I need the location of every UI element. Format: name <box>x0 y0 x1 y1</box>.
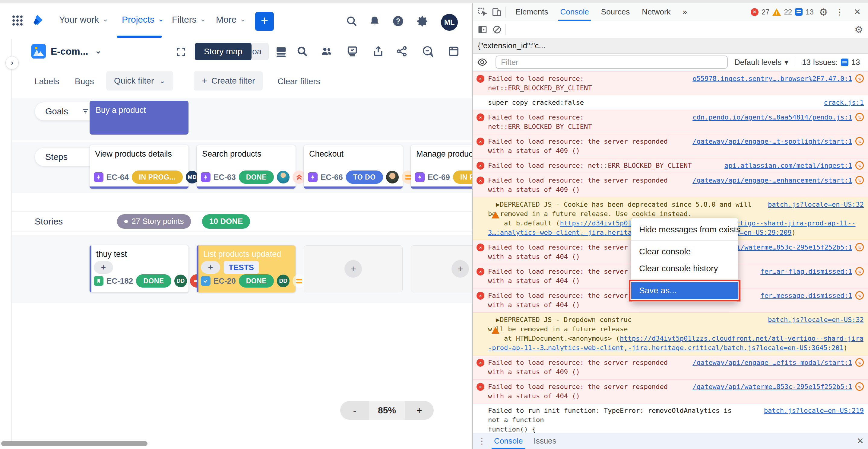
team-icon[interactable] <box>320 45 332 57</box>
error-count[interactable]: 27 <box>762 8 770 16</box>
console-context-selector[interactable]: {"extension_id":"c... <box>473 38 868 54</box>
help-icon[interactable]: ? <box>392 15 404 27</box>
add-button[interactable]: + <box>94 261 113 274</box>
close-devtools-icon[interactable]: ✕ <box>849 7 865 17</box>
blocked-request-icon[interactable]: ⇅ <box>855 137 864 145</box>
zoom-out-button[interactable]: - <box>340 401 369 420</box>
fullscreen-icon[interactable] <box>176 47 186 57</box>
issues-counter[interactable]: 13 Issues:13 <box>795 58 860 67</box>
create-filter-button[interactable]: +Create filter <box>194 71 263 91</box>
horizontal-scrollbar[interactable] <box>1 441 148 446</box>
panel-view-icon[interactable] <box>447 45 460 57</box>
status-badge[interactable]: IN PROG... <box>132 171 183 184</box>
console-source-link[interactable]: api.atlassian.com/metal/ingest:1 <box>724 161 852 170</box>
blocked-request-icon[interactable]: ⇅ <box>855 382 864 391</box>
export-icon[interactable] <box>372 45 384 57</box>
blocked-request-icon[interactable]: ⇅ <box>855 358 864 367</box>
blocked-request-icon[interactable]: ⇅ <box>855 161 864 170</box>
zoom-in-button[interactable]: + <box>405 401 434 420</box>
live-expression-eye-icon[interactable] <box>477 57 487 67</box>
kebab-menu-icon[interactable]: ⋮ <box>833 7 846 17</box>
console-source-link[interactable]: fer…message.dismissed:1 <box>760 291 852 300</box>
assignee-avatar[interactable]: DD <box>277 275 289 287</box>
console-source-link[interactable]: o55978.ingest.sentry….browser%2F7.47.0:1 <box>692 74 852 83</box>
project-name[interactable]: E-com... <box>51 46 101 57</box>
project-avatar[interactable] <box>31 44 46 59</box>
share-icon[interactable] <box>396 45 408 57</box>
app-switcher-icon[interactable] <box>11 14 24 27</box>
issue-key[interactable]: EC-69 <box>428 173 450 182</box>
console-source-link[interactable]: batch.js?locale=en-US:32 <box>768 315 864 324</box>
blocked-request-icon[interactable]: ⇅ <box>855 113 864 121</box>
status-badge[interactable]: IN PROG... <box>453 171 472 184</box>
tab-console[interactable]: Console <box>554 3 595 21</box>
warning-count-icon[interactable]: ! <box>772 8 781 16</box>
search-icon[interactable] <box>346 15 358 27</box>
clear-filters-link[interactable]: Clear filters <box>277 77 320 86</box>
console-message[interactable]: ✕api.atlassian.com/metal/ingest:1⇅Failed… <box>473 158 868 173</box>
status-badge[interactable]: DONE <box>239 274 274 288</box>
clear-console-icon[interactable] <box>492 25 502 34</box>
issue-key[interactable]: EC-66 <box>320 173 343 182</box>
user-avatar[interactable]: ML <box>441 14 458 31</box>
message-count[interactable]: 13 <box>806 8 814 16</box>
step-card[interactable]: Checkout EC-66 TO DO <box>304 145 403 188</box>
console-source-link[interactable]: /gateway/api/engage-…t-spotlight/start:1 <box>692 137 852 146</box>
story-card[interactable]: thuy test + EC-182 DONE DD <box>90 245 188 292</box>
console-source-link[interactable]: batch.js?locale=en-US:32 <box>768 200 864 209</box>
menu-item-save-as[interactable]: Save as... <box>631 282 738 299</box>
issue-key[interactable]: EC-64 <box>106 173 129 182</box>
console-message[interactable]: crack.js:1super_copy_cracked:false <box>473 95 868 110</box>
menu-item-clear-console[interactable]: Clear console <box>631 243 738 260</box>
status-badge[interactable]: TO DO <box>346 171 383 184</box>
status-badge[interactable]: DONE <box>239 171 274 184</box>
step-card[interactable]: View products details EC-64 IN PROG... M… <box>90 145 188 188</box>
drawer-kebab-icon[interactable]: ⋮ <box>475 436 489 446</box>
assignee-avatar[interactable] <box>386 171 399 183</box>
menu-item-hide-messages[interactable]: Hide messages from exists <box>631 221 738 238</box>
console-message[interactable]: ✕o55978.ingest.sentry….browser%2F7.47.0:… <box>473 71 868 95</box>
console-message[interactable]: ✕cdn.pendo.io/agent/s…8aa54814/pendo.js:… <box>473 110 868 134</box>
rows-view-icon[interactable] <box>275 45 287 57</box>
tab-sources[interactable]: Sources <box>595 3 636 21</box>
device-toolbar-icon[interactable] <box>492 7 502 17</box>
quick-filter-dropdown[interactable]: Quick filter⌄ <box>106 71 173 91</box>
create-button[interactable]: + <box>255 12 274 31</box>
filter-bugs[interactable]: Bugs <box>75 77 94 86</box>
story-card[interactable]: List products updated + TESTS EC-20 DONE… <box>197 245 296 292</box>
console-source-link[interactable]: fer…ar-flag.dismissed:1 <box>760 267 852 276</box>
console-source-link[interactable]: batch.js?locale=en-US:219 <box>764 406 864 415</box>
issue-key[interactable]: EC-63 <box>214 173 236 182</box>
nav-more[interactable]: More <box>216 14 246 25</box>
console-message[interactable]: ✕/gateway/api/engage-…efits-modal/start:… <box>473 355 868 379</box>
console-filter-input[interactable] <box>496 56 728 69</box>
nav-projects[interactable]: Projects <box>122 14 164 25</box>
nav-your-work[interactable]: Your work <box>59 14 108 25</box>
notifications-bell-icon[interactable] <box>369 15 381 27</box>
tab-network[interactable]: Network <box>636 3 677 21</box>
warning-count[interactable]: 22 <box>784 8 792 16</box>
add-button[interactable]: + <box>201 261 220 274</box>
console-message[interactable]: ✕/gateway/api/engage-…enhancement/start:… <box>473 173 868 197</box>
blocked-request-icon[interactable]: ⇅ <box>855 267 864 275</box>
blocked-request-icon[interactable]: ⇅ <box>855 291 864 300</box>
console-source-link[interactable]: /gateway/api/engage-…efits-modal/start:1 <box>692 358 852 367</box>
issue-key[interactable]: EC-20 <box>214 276 236 286</box>
nav-filters[interactable]: Filters <box>172 14 206 25</box>
add-card-button[interactable]: + <box>452 260 469 278</box>
goal-card[interactable]: Buy a product <box>90 101 188 134</box>
label-chip[interactable]: TESTS <box>224 261 259 274</box>
feedback-icon[interactable] <box>422 45 434 57</box>
menu-item-clear-console-history[interactable]: Clear console history <box>631 260 738 277</box>
blocked-request-icon[interactable]: ⇅ <box>855 176 864 184</box>
status-badge[interactable]: DONE <box>136 274 171 288</box>
console-sidebar-toggle-icon[interactable] <box>478 25 487 34</box>
board-check-icon[interactable] <box>346 45 358 57</box>
console-source-link[interactable]: cdn.pendo.io/agent/s…8aa54814/pendo.js:1 <box>692 113 852 122</box>
tab-elements[interactable]: Elements <box>509 3 554 21</box>
drawer-tab-console[interactable]: Console <box>489 433 528 449</box>
log-levels-dropdown[interactable]: Default levels <box>734 58 788 67</box>
assignee-avatar[interactable]: DD <box>174 275 187 287</box>
console-message[interactable]: batch.js?locale=en-US:219Failed to run i… <box>473 403 868 433</box>
settings-gear-icon[interactable] <box>416 15 428 27</box>
